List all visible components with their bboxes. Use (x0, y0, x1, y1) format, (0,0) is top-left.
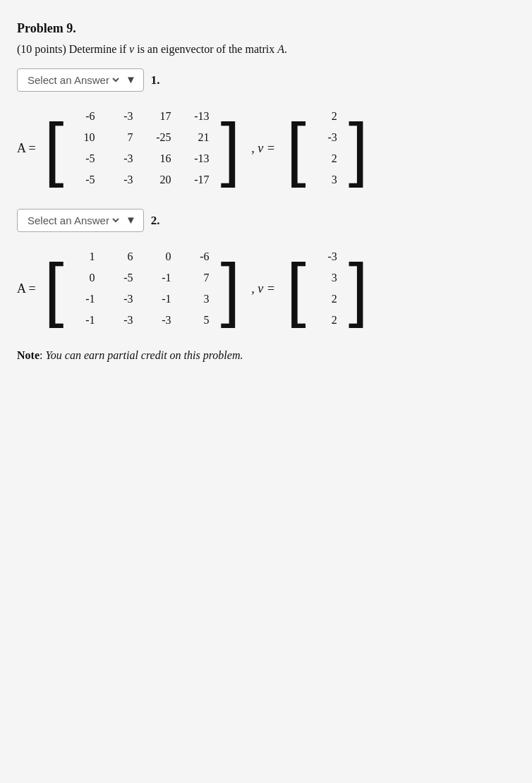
chevron-down-icon: ▼ (126, 74, 136, 86)
bracket-right-v1: ] (349, 113, 368, 183)
matrix-section-1: A = [ -6-317-13107-2521-5-316-13-5-320-1… (17, 104, 515, 192)
v-label-1: , v = (251, 141, 275, 156)
A-label-2: A = (17, 281, 36, 296)
matrix-cell: -6 (75, 110, 95, 123)
matrix-cell: -1 (75, 314, 95, 327)
matrix-cell: -3 (151, 314, 171, 327)
problem-description: (10 points) Determine if v is an eigenve… (17, 43, 515, 56)
bracket-left-A1: [ (44, 113, 64, 183)
matrix-cell: -3 (113, 110, 133, 123)
matrix-cell: -5 (113, 272, 133, 284)
matrix-cell: 1 (75, 250, 95, 263)
part2-select-wrapper[interactable]: Select an Answer ▼ (17, 209, 144, 232)
matrix-cell: -1 (75, 293, 95, 305)
part2-number: 2. (151, 214, 160, 228)
matrix-cell: -13 (189, 152, 209, 165)
vector-cell: 3 (318, 174, 337, 186)
vector-cell: 2 (318, 314, 337, 327)
desc-A: A (277, 43, 284, 55)
matrix-cell: -3 (113, 293, 133, 305)
v2-grid: -3322 (306, 245, 349, 332)
bracket-right-v2: ] (349, 253, 368, 324)
part2-select[interactable]: Select an Answer (25, 214, 121, 227)
bracket-left-v1: [ (286, 113, 306, 183)
v-label-2: , v = (251, 281, 275, 296)
A1-matrix: [ -6-317-13107-2521-5-316-13-5-320-17 ] (44, 104, 241, 192)
matrix-cell: -5 (75, 152, 95, 165)
desc-suffix: . (284, 43, 287, 55)
matrix-cell: -3 (113, 174, 133, 186)
A2-matrix: [ 160-60-5-17-1-3-13-1-3-35 ] (44, 245, 241, 332)
bracket-right-A2: ] (220, 253, 240, 324)
bracket-left-A2: [ (44, 253, 64, 324)
matrix-cell: -25 (151, 131, 171, 144)
part1-select-wrapper[interactable]: Select an Answer ▼ (17, 68, 144, 92)
matrix-cell: -13 (189, 110, 209, 123)
vector-cell: 2 (318, 293, 337, 305)
part1-number: 1. (151, 73, 160, 87)
v1-grid: 2-323 (306, 104, 349, 192)
v1-matrix: [ 2-323 ] (286, 104, 368, 192)
note-section: Note: You can earn partial credit on thi… (17, 349, 515, 362)
v2-matrix: [ -3322 ] (286, 245, 368, 332)
note-text: You can earn partial credit on this prob… (45, 349, 243, 361)
vector-cell: -3 (318, 250, 337, 263)
A2-grid: 160-60-5-17-1-3-13-1-3-35 (64, 245, 220, 332)
matrix-cell: -17 (189, 174, 209, 186)
matrix-cell: -1 (151, 293, 171, 305)
note-label: Note (17, 349, 40, 361)
matrix-cell: 7 (189, 272, 209, 284)
matrix-cell: -6 (189, 250, 209, 263)
matrix-cell: 3 (189, 293, 209, 305)
matrix-cell: 17 (151, 110, 171, 123)
matrix-cell: -3 (113, 152, 133, 165)
matrix-cell: 6 (113, 250, 133, 263)
matrix-cell: -1 (151, 272, 171, 284)
matrix-section-2: A = [ 160-60-5-17-1-3-13-1-3-35 ] , v = … (17, 245, 515, 332)
matrix-cell: 16 (151, 152, 171, 165)
matrix-cell: 5 (189, 314, 209, 327)
A-label-1: A = (17, 141, 36, 156)
matrix-cell: 0 (151, 250, 171, 263)
matrix-cell: 7 (113, 131, 133, 144)
matrix-cell: -5 (75, 174, 95, 186)
matrix-cell: 21 (189, 131, 209, 144)
A1-grid: -6-317-13107-2521-5-316-13-5-320-17 (64, 104, 220, 192)
desc-middle: is an eigenvector of the matrix (134, 43, 277, 55)
part1-select[interactable]: Select an Answer (25, 73, 121, 87)
vector-cell: 2 (318, 152, 337, 165)
chevron-down-icon-2: ▼ (126, 214, 136, 226)
vector-cell: 3 (318, 272, 337, 284)
desc-prefix: (10 points) Determine if (17, 43, 129, 55)
matrix-cell: 20 (151, 174, 171, 186)
problem-title: Problem 9. (17, 21, 515, 36)
matrix-cell: 10 (75, 131, 95, 144)
part1-select-row: Select an Answer ▼ 1. (17, 68, 515, 92)
matrix-cell: 0 (75, 272, 95, 284)
vector-cell: -3 (318, 131, 337, 144)
bracket-right-A1: ] (220, 113, 240, 183)
matrix-cell: -3 (113, 314, 133, 327)
part2-select-row: Select an Answer ▼ 2. (17, 209, 515, 232)
vector-cell: 2 (318, 110, 337, 123)
bracket-left-v2: [ (286, 253, 306, 324)
